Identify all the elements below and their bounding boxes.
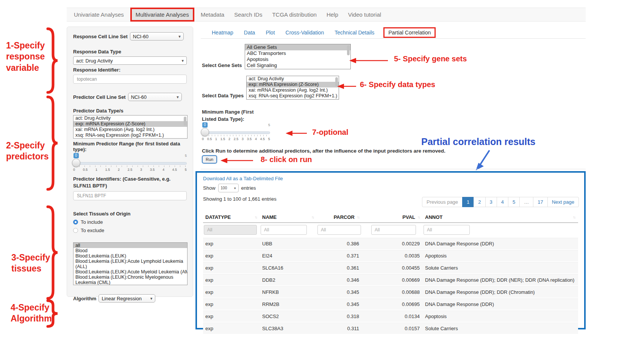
page-button-17[interactable]: 17: [533, 197, 547, 207]
predictor-data-types-listbox[interactable]: act: Drug Activity exp: mRNA Expression …: [73, 115, 188, 139]
list-option[interactable]: xai: mRNA Expression (Avg. log2 Int.): [73, 127, 187, 133]
slider-handle[interactable]: [201, 128, 209, 136]
run-button[interactable]: Run: [202, 155, 217, 164]
table-row[interactable]: expRRM2B0.3450.00695DNA Damage Response …: [203, 298, 578, 311]
list-option[interactable]: xsq: RNA-seq Expression (log2 FPKM+1.): [247, 93, 339, 99]
top-navbar: Univariate Analyses Multivariate Analyse…: [67, 8, 586, 22]
table-row[interactable]: expEI240.3710.0035Apoptosis: [203, 250, 578, 262]
slider-track[interactable]: [73, 162, 187, 165]
filter-parcor[interactable]: [317, 225, 361, 235]
filter-name[interactable]: [261, 225, 307, 235]
page-button-4[interactable]: 4: [497, 197, 508, 207]
scrollbar[interactable]: [184, 117, 186, 126]
column-header-annot[interactable]: ANNOT↑↓: [423, 212, 578, 222]
next-page-button[interactable]: Next page: [547, 197, 579, 207]
table-row[interactable]: expSLC38A30.3110.0157Solute Carriers: [203, 323, 578, 335]
column-header-name[interactable]: NAME↑↓: [260, 212, 317, 222]
chevron-down-icon: ▾: [150, 296, 153, 301]
table-row[interactable]: expNFRKB0.3450.00688DNA Damage Response …: [203, 286, 578, 298]
list-option[interactable]: ABC Transporters: [245, 50, 350, 56]
table-row[interactable]: expDDB20.3460.00669DNA Damage Response (…: [203, 274, 578, 286]
page-button-3[interactable]: 3: [485, 197, 497, 207]
min-predictor-range-slider[interactable]: 0 5 00.511.522.533.544.55: [73, 157, 187, 174]
predictor-cell-line-select[interactable]: NCI-60 ▾: [128, 93, 182, 101]
tissue-origin-label: Select Tissue/s of Origin: [73, 211, 187, 217]
tissue-listbox[interactable]: all Blood Blood:Leukemia (LEUK) Blood:Le…: [73, 242, 188, 285]
nav-search-ids[interactable]: Search IDs: [229, 11, 267, 18]
data-types-listbox[interactable]: act: Drug Activity exp: mRNA Expression …: [246, 76, 339, 100]
radio-unchecked-icon[interactable]: [73, 228, 78, 233]
column-header-datatype[interactable]: DATATYPE↑↓: [203, 212, 260, 222]
list-option-selected[interactable]: exp: mRNA Expression (Z-Score): [73, 121, 187, 127]
table-row[interactable]: expUBB0.3860.00229DNA Damage Response (D…: [203, 238, 578, 250]
annotation-step6: 6- Specify data types: [360, 80, 435, 89]
tab-technical-details[interactable]: Technical Details: [329, 27, 380, 38]
page-button-5[interactable]: 5: [508, 197, 520, 207]
slider-track[interactable]: [202, 131, 270, 134]
list-option-selected[interactable]: All Gene Sets: [245, 44, 350, 50]
tissue-exclude-radio-row[interactable]: To exclude: [73, 228, 187, 233]
list-option[interactable]: xsq: RNA-seq Expression (log2 FPKM+1.): [73, 133, 187, 138]
list-option[interactable]: Blood:Leukemia (LEUK): [73, 253, 187, 259]
table-filter-row: [203, 223, 578, 238]
table-row[interactable]: expSOCS20.3180.0134Apoptosis: [203, 311, 578, 323]
nav-help[interactable]: Help: [322, 11, 343, 18]
slider-handle[interactable]: [72, 159, 80, 167]
tab-plot[interactable]: Plot: [260, 27, 280, 38]
sort-icon[interactable]: ↑↓: [311, 215, 314, 219]
list-option[interactable]: xai: mRNA Expression (Avg. log2 Int.): [247, 87, 339, 93]
tab-partial-correlation[interactable]: Partial Correlation: [383, 27, 436, 38]
tab-cross-validation[interactable]: Cross-Validation: [280, 27, 330, 38]
page-button-2[interactable]: 2: [474, 197, 485, 207]
predictor-identifiers-label: Predictor Identifiers: (Case-Sensitive, …: [73, 176, 187, 189]
tab-heatmap[interactable]: Heatmap: [206, 27, 239, 38]
tissue-include-radio-row[interactable]: To include: [73, 219, 187, 225]
filter-pval[interactable]: [371, 225, 416, 235]
radio-checked-icon[interactable]: [73, 220, 78, 225]
predictor-identifiers-input[interactable]: [73, 191, 187, 200]
table-row[interactable]: expSLC6A160.3610.00455Solute Carriers: [203, 262, 578, 274]
sort-icon[interactable]: ↑↓: [357, 215, 359, 219]
list-option[interactable]: act: Drug Activity: [247, 76, 339, 82]
nav-video-tutorial[interactable]: Video tutorial: [343, 11, 386, 18]
sort-icon[interactable]: ↑↓: [573, 215, 575, 219]
nav-tcga-distribution[interactable]: TCGA distribution: [267, 11, 322, 18]
list-option[interactable]: Cell Signaling: [245, 62, 350, 69]
list-option[interactable]: Blood:Leukemia (LEUK):Chronic Myelogenou…: [73, 275, 187, 285]
tissue-exclude-label: To exclude: [81, 228, 104, 233]
filter-annot[interactable]: [424, 225, 470, 235]
scrollbar[interactable]: [347, 45, 350, 55]
list-option[interactable]: act: Drug Activity: [73, 115, 187, 121]
column-header-parcor[interactable]: PARCOR↑↓: [317, 212, 362, 222]
tab-data[interactable]: Data: [239, 27, 261, 38]
gene-sets-listbox[interactable]: All Gene Sets ABC Transporters Apoptosis…: [245, 44, 351, 69]
sort-icon[interactable]: ↑↓: [417, 215, 420, 219]
column-header-pval[interactable]: PVAL↑↓: [362, 212, 423, 222]
list-option-selected[interactable]: exp: mRNA Expression (Z-Score): [247, 82, 339, 87]
list-option[interactable]: Blood: [73, 248, 187, 253]
list-option[interactable]: Apoptosis: [245, 56, 350, 62]
nav-metadata[interactable]: Metadata: [196, 11, 230, 18]
filter-datatype[interactable]: [204, 225, 257, 235]
gene-sets-label: Select Gene Sets: [202, 62, 242, 69]
page-button-1[interactable]: 1: [462, 197, 474, 207]
list-option-selected[interactable]: all: [73, 243, 187, 248]
nav-univariate-analyses[interactable]: Univariate Analyses: [69, 11, 129, 18]
nav-multivariate-analyses[interactable]: Multivariate Analyses: [130, 8, 194, 22]
arrow-to-gene-sets: [349, 57, 389, 64]
arrow-to-data-types: [336, 83, 358, 90]
previous-page-button[interactable]: Previous page: [422, 197, 463, 207]
page-size-select[interactable]: 100 ▾: [218, 184, 239, 192]
predictor-cell-line-label: Predictor Cell Line Set: [73, 94, 126, 100]
algorithm-select[interactable]: Linear Regression ▾: [98, 294, 155, 303]
download-link[interactable]: Download All as a Tab-Delimited File: [203, 176, 578, 181]
response-identifier-input[interactable]: [73, 75, 187, 84]
list-option[interactable]: Blood:Leukemia (LEUK):Acute Myeloid Leuk…: [73, 269, 187, 275]
annotation-step7: 7-optional: [312, 128, 349, 137]
sort-icon[interactable]: ↑↓: [255, 215, 257, 219]
min-range-slider[interactable]: 0 5 00.511.522.533.544.55: [202, 126, 270, 144]
response-cell-line-select[interactable]: NCI-60 ▾: [130, 32, 184, 41]
list-option[interactable]: Blood:Leukemia (LEUK):Acute Lymphoid Leu…: [73, 259, 187, 269]
chevron-down-icon: ▾: [181, 58, 184, 63]
response-data-type-select[interactable]: act: Drug Activity ▾: [73, 56, 187, 65]
